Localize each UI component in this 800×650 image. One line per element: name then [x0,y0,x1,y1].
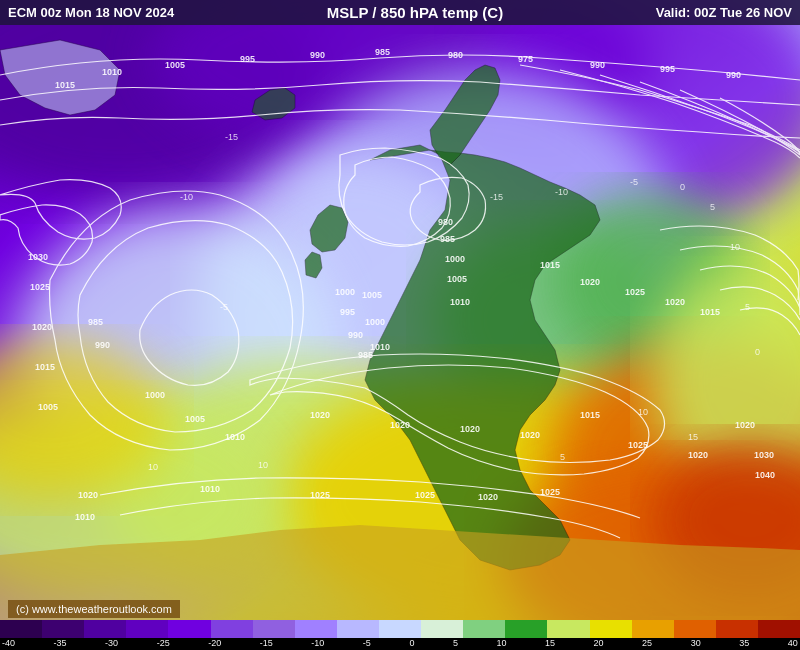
svg-text:1000: 1000 [335,287,355,297]
copyright-text: (c) www.theweatheroutlook.com [16,603,172,615]
svg-text:1005: 1005 [165,60,185,70]
legend-color-14 [547,620,589,638]
svg-text:1015: 1015 [55,80,75,90]
legend-label-5: -20 [208,638,221,650]
svg-text:-5: -5 [630,177,638,187]
legend-color-19 [758,620,800,638]
svg-text:995: 995 [240,54,255,64]
svg-text:1005: 1005 [447,274,467,284]
svg-text:990: 990 [348,330,363,340]
svg-text:1010: 1010 [225,432,245,442]
svg-text:1015: 1015 [580,410,600,420]
legend-labels: -40 -35 -30 -25 -20 -15 -10 -5 0 5 10 15… [0,638,800,650]
legend-label-7: -10 [311,638,324,650]
svg-text:15: 15 [688,432,698,442]
legend-color-18 [716,620,758,638]
legend-label-2: -35 [54,638,67,650]
svg-text:990: 990 [726,70,741,80]
svg-text:1015: 1015 [700,307,720,317]
legend-color-1 [0,620,42,638]
svg-text:1015: 1015 [540,260,560,270]
svg-text:0: 0 [755,347,760,357]
legend-color-2 [42,620,84,638]
legend-color-7 [253,620,295,638]
svg-text:5: 5 [745,302,750,312]
svg-text:1030: 1030 [28,252,48,262]
header-right-label: Valid: 00Z Tue 26 NOV [656,5,792,20]
svg-text:1010: 1010 [450,297,470,307]
svg-text:1020: 1020 [460,424,480,434]
svg-text:1020: 1020 [32,322,52,332]
legend-label-16: 35 [739,638,749,650]
svg-text:1020: 1020 [688,450,708,460]
svg-text:1025: 1025 [540,487,560,497]
header-title: MSLP / 850 hPA temp (C) [174,4,656,21]
svg-text:1020: 1020 [78,490,98,500]
svg-text:1010: 1010 [200,484,220,494]
svg-text:1020: 1020 [390,420,410,430]
svg-text:1025: 1025 [628,440,648,450]
svg-text:1020: 1020 [735,420,755,430]
legend-label-6: -15 [260,638,273,650]
legend-label-3: -30 [105,638,118,650]
svg-text:5: 5 [560,452,565,462]
legend-label-17: 40 [788,638,798,650]
copyright-bar: (c) www.theweatheroutlook.com [8,600,180,618]
svg-text:5: 5 [710,202,715,212]
svg-text:985: 985 [375,47,390,57]
svg-text:975: 975 [518,54,533,64]
legend-label-11: 10 [496,638,506,650]
legend-label-4: -25 [157,638,170,650]
svg-text:1005: 1005 [362,290,382,300]
svg-text:-10: -10 [180,192,193,202]
svg-text:980: 980 [438,217,453,227]
svg-text:1030: 1030 [754,450,774,460]
svg-text:995: 995 [660,64,675,74]
legend-colors [0,620,800,638]
svg-text:1010: 1010 [102,67,122,77]
svg-text:1015: 1015 [35,362,55,372]
legend-label-13: 20 [594,638,604,650]
svg-text:10: 10 [258,460,268,470]
svg-text:980: 980 [448,50,463,60]
header-left-label: ECM 00z Mon 18 NOV 2024 [8,5,174,20]
svg-text:990: 990 [95,340,110,350]
svg-text:1020: 1020 [580,277,600,287]
svg-text:0: 0 [680,182,685,192]
svg-text:1020: 1020 [478,492,498,502]
svg-text:10: 10 [148,462,158,472]
svg-text:985: 985 [440,234,455,244]
svg-text:1010: 1010 [75,512,95,522]
svg-text:10: 10 [638,407,648,417]
legend-color-9 [337,620,379,638]
legend-color-4 [126,620,168,638]
legend-color-15 [590,620,632,638]
svg-text:1025: 1025 [30,282,50,292]
svg-text:1000: 1000 [145,390,165,400]
svg-text:1010: 1010 [370,342,390,352]
legend-label-12: 15 [545,638,555,650]
svg-text:1020: 1020 [520,430,540,440]
legend-label-14: 25 [642,638,652,650]
svg-text:1025: 1025 [310,490,330,500]
svg-text:1025: 1025 [625,287,645,297]
legend-color-6 [211,620,253,638]
svg-text:1000: 1000 [445,254,465,264]
legend-color-12 [463,620,505,638]
legend-color-13 [505,620,547,638]
svg-text:-10: -10 [555,187,568,197]
header-bar: ECM 00z Mon 18 NOV 2024 MSLP / 850 hPA t… [0,0,800,25]
legend-label-9: 0 [409,638,414,650]
svg-text:985: 985 [88,317,103,327]
legend-label-1: -40 [2,638,15,650]
legend-color-11 [421,620,463,638]
legend-label-10: 5 [453,638,458,650]
svg-text:1040: 1040 [755,470,775,480]
legend-label-15: 30 [691,638,701,650]
svg-text:1005: 1005 [185,414,205,424]
svg-text:995: 995 [340,307,355,317]
svg-text:1020: 1020 [665,297,685,307]
legend-label-8: -5 [363,638,371,650]
svg-text:-5: -5 [220,302,228,312]
legend-color-16 [632,620,674,638]
